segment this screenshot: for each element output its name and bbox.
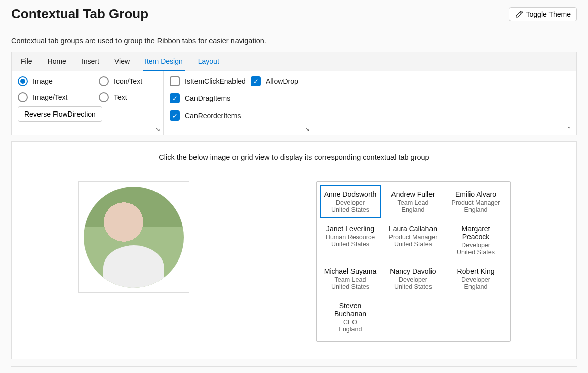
- person-location: United States: [323, 241, 378, 248]
- person-name: Michael Suyama: [323, 267, 378, 275]
- person-location: England: [448, 206, 504, 213]
- person-name: Anne Dodsworth: [323, 190, 378, 198]
- person-location: England: [323, 326, 378, 333]
- description-text: Contextual tab groups are used to group …: [0, 27, 588, 52]
- radio-label: Icon/Text: [114, 77, 142, 85]
- tab-file[interactable]: File: [19, 52, 34, 71]
- person-role: Team Lead: [323, 276, 378, 283]
- radio-label: Image: [33, 77, 53, 85]
- toggle-theme-label: Toggle Theme: [526, 10, 571, 18]
- person-location: England: [448, 283, 504, 290]
- radio-icon-text[interactable]: Icon/Text: [99, 76, 170, 86]
- check-label: CanReorderItems: [185, 111, 241, 120]
- radio-icon: [18, 92, 28, 102]
- person-name: Laura Callahan: [385, 225, 441, 233]
- page-title: Contextual Tab Group: [11, 6, 148, 22]
- collapse-ribbon-icon[interactable]: ⌃: [566, 126, 571, 133]
- person-location: United States: [385, 241, 441, 248]
- hint-text: Click the below image or grid view to di…: [21, 153, 567, 161]
- check-label: AllowDrop: [266, 77, 298, 85]
- tab-layout[interactable]: Layout: [196, 52, 221, 71]
- ribbon-group-empty: ⌃: [313, 71, 576, 135]
- person-role: Team Lead: [385, 199, 441, 206]
- check-label: CanDragItems: [185, 94, 230, 102]
- person-location: United States: [323, 206, 378, 213]
- tab-view[interactable]: View: [112, 52, 132, 71]
- person-location: United States: [448, 249, 504, 256]
- person-role: Product Manager: [448, 199, 504, 206]
- avatar-image: [84, 186, 184, 288]
- tab-home[interactable]: Home: [46, 52, 68, 71]
- person-name: Robert King: [448, 267, 504, 275]
- footer-divider: [11, 366, 577, 367]
- checkbox-icon: [170, 93, 180, 103]
- checkbox-icon: [170, 76, 180, 86]
- person-name: Steven Buchanan: [323, 302, 378, 318]
- checkbox-icon: [170, 110, 180, 121]
- person-location: United States: [385, 283, 441, 290]
- reverse-flowdirection-button[interactable]: Reverse FlowDirection: [18, 106, 102, 122]
- check-label: IsItemClickEnabled: [185, 77, 246, 85]
- radio-icon: [99, 76, 109, 86]
- person-role: Developer: [385, 276, 441, 283]
- image-preview[interactable]: [78, 181, 189, 293]
- person-card[interactable]: Robert KingDeveloperEngland: [445, 262, 507, 295]
- person-card[interactable]: Emilio AlvaroProduct ManagerEngland: [445, 185, 507, 218]
- person-card[interactable]: Janet LeverlingHuman ResourceUnited Stat…: [320, 219, 381, 261]
- edit-icon: [515, 10, 523, 18]
- check-item-click-enabled[interactable]: IsItemClickEnabled: [170, 76, 251, 86]
- toggle-theme-button[interactable]: Toggle Theme: [509, 7, 577, 21]
- person-name: Margaret Peacock: [448, 225, 504, 241]
- person-card[interactable]: Laura CallahanProduct ManagerUnited Stat…: [382, 219, 444, 261]
- person-card[interactable]: Andrew FullerTeam LeadEngland: [382, 185, 444, 218]
- person-name: Emilio Alvaro: [448, 190, 504, 198]
- check-can-drag-items[interactable]: CanDragItems: [170, 93, 251, 103]
- checkbox-icon: [251, 76, 261, 86]
- person-name: Janet Leverling: [323, 225, 378, 233]
- person-role: Human Resource: [323, 234, 378, 241]
- dialog-launcher-icon[interactable]: ↘: [155, 126, 160, 133]
- person-location: England: [385, 206, 441, 213]
- person-card[interactable]: Nancy DavolioDeveloperUnited States: [382, 262, 444, 295]
- person-role: Developer: [323, 199, 378, 206]
- tab-item-design[interactable]: Item Design: [143, 52, 185, 71]
- person-role: CEO: [323, 319, 378, 326]
- person-card[interactable]: Margaret PeacockDeveloperUnited States: [445, 219, 507, 261]
- radio-icon: [18, 76, 28, 86]
- radio-text[interactable]: Text: [99, 92, 170, 102]
- radio-image[interactable]: Image: [18, 76, 99, 86]
- ribbon-tabs: File Home Insert View Item Design Layout: [11, 52, 577, 71]
- person-location: United States: [323, 283, 378, 290]
- ribbon-group-interaction: IsItemClickEnabled AllowDrop CanDragItem…: [164, 71, 313, 135]
- dialog-launcher-icon[interactable]: ↘: [305, 126, 310, 133]
- person-name: Nancy Davolio: [385, 267, 441, 275]
- person-role: Product Manager: [385, 234, 441, 241]
- person-card[interactable]: Michael SuyamaTeam LeadUnited States: [320, 262, 381, 295]
- radio-image-text[interactable]: Image/Text: [18, 92, 99, 102]
- people-grid-view[interactable]: Anne DodsworthDeveloperUnited StatesAndr…: [316, 181, 511, 342]
- ribbon-group-display: Image Icon/Text Image/Text Text Reverse …: [12, 71, 164, 135]
- radio-label: Text: [114, 93, 127, 101]
- content-panel: Click the below image or grid view to di…: [11, 141, 577, 359]
- person-card[interactable]: Steven BuchananCEOEngland: [320, 296, 381, 338]
- person-name: Andrew Fuller: [385, 190, 441, 198]
- radio-label: Image/Text: [33, 93, 67, 101]
- person-card[interactable]: Anne DodsworthDeveloperUnited States: [320, 185, 381, 218]
- person-role: Developer: [448, 276, 504, 283]
- tab-insert[interactable]: Insert: [80, 52, 101, 71]
- person-role: Developer: [448, 242, 504, 249]
- radio-icon: [99, 92, 109, 102]
- check-can-reorder-items[interactable]: CanReorderItems: [170, 110, 251, 121]
